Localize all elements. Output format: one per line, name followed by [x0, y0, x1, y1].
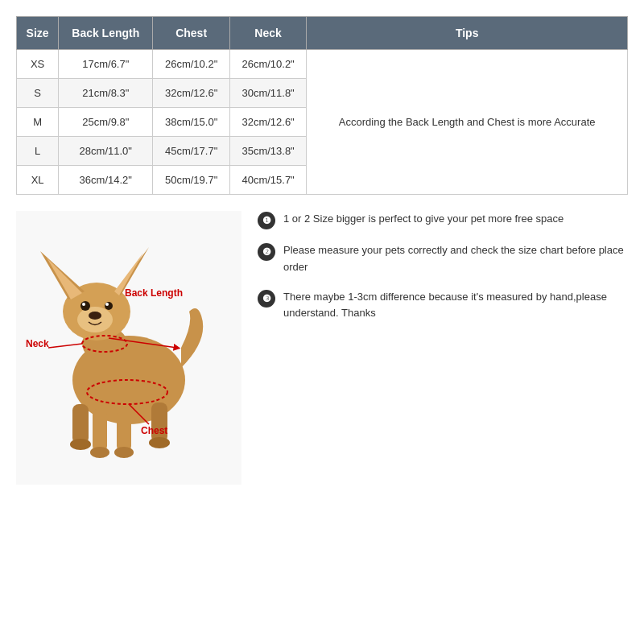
table-row: 21cm/8.3"	[59, 79, 153, 108]
col-header-chest: Chest	[153, 17, 229, 50]
main-container: Size Back Length Chest Neck Tips XS 17cm…	[0, 0, 644, 644]
tip-item-2: ❷ Please measure your pets correctly and…	[258, 242, 628, 276]
table-row: M	[17, 108, 59, 137]
tip-item-1: ❶ 1 or 2 Size bigger is perfect to give …	[258, 211, 628, 229]
size-table: Size Back Length Chest Neck Tips XS 17cm…	[16, 16, 628, 195]
tip-number-2: ❷	[258, 243, 275, 261]
svg-point-16	[114, 447, 134, 458]
table-row: S	[17, 79, 59, 108]
svg-marker-4	[47, 258, 82, 299]
table-row: 38cm/15.0"	[153, 108, 229, 137]
table-row: 17cm/6.7"	[59, 50, 153, 79]
neck-label: Neck	[26, 338, 49, 349]
svg-point-18	[70, 439, 91, 450]
bottom-section: Back Length Neck Chest ❶ 1 or 2 Size big…	[16, 211, 628, 485]
svg-line-24	[48, 344, 82, 348]
table-row: XS	[17, 50, 59, 79]
table-row: 40cm/15.7"	[229, 166, 306, 195]
svg-point-11	[105, 303, 109, 306]
dog-illustration	[24, 219, 233, 477]
dog-image-container: Back Length Neck Chest	[16, 211, 242, 485]
table-row: L	[17, 137, 59, 166]
svg-rect-15	[117, 408, 131, 452]
table-row: 50cm/19.7"	[153, 166, 229, 195]
tips-section: ❶ 1 or 2 Size bigger is perfect to give …	[258, 211, 628, 322]
svg-rect-17	[72, 404, 89, 444]
table-row: 35cm/13.8"	[229, 137, 306, 166]
col-header-neck: Neck	[229, 17, 306, 50]
tip-text-2: Please measure your pets correctly and c…	[283, 242, 628, 276]
table-row: 36cm/14.2"	[59, 166, 153, 195]
col-header-size: Size	[17, 17, 59, 50]
table-row: 32cm/12.6"	[229, 108, 306, 137]
tip-text-3: There maybe 1-3cm difference because it'…	[283, 289, 628, 323]
tip-text-1: 1 or 2 Size bigger is perfect to give yo…	[283, 211, 564, 228]
svg-point-12	[89, 312, 101, 320]
back-length-label: Back Length	[125, 287, 183, 299]
table-row: 26cm/10.2"	[153, 50, 229, 79]
table-row: 28cm/11.0"	[59, 137, 153, 166]
svg-point-9	[105, 302, 113, 310]
dog-placeholder: Back Length Neck Chest	[24, 219, 233, 477]
col-header-tips: Tips	[307, 17, 628, 50]
table-row: 25cm/9.8"	[59, 108, 153, 137]
svg-point-8	[80, 301, 90, 311]
table-row: 32cm/12.6"	[153, 79, 229, 108]
svg-point-14	[90, 447, 109, 458]
svg-rect-13	[93, 408, 107, 452]
table-row: 45cm/17.7"	[153, 137, 229, 166]
svg-rect-19	[151, 402, 167, 443]
svg-point-10	[82, 303, 85, 306]
chest-label: Chest	[141, 425, 167, 436]
col-header-back-length: Back Length	[59, 17, 153, 50]
table-row: 26cm/10.2"	[229, 50, 306, 79]
table-row: XL	[17, 166, 59, 195]
svg-point-20	[149, 437, 170, 448]
tip-number-3: ❸	[258, 290, 275, 308]
table-row: 30cm/11.8"	[229, 79, 306, 108]
tips-cell: According the Back Length and Chest is m…	[307, 50, 628, 195]
tip-item-3: ❸ There maybe 1-3cm difference because i…	[258, 289, 628, 323]
tip-number-1: ❶	[258, 212, 275, 229]
